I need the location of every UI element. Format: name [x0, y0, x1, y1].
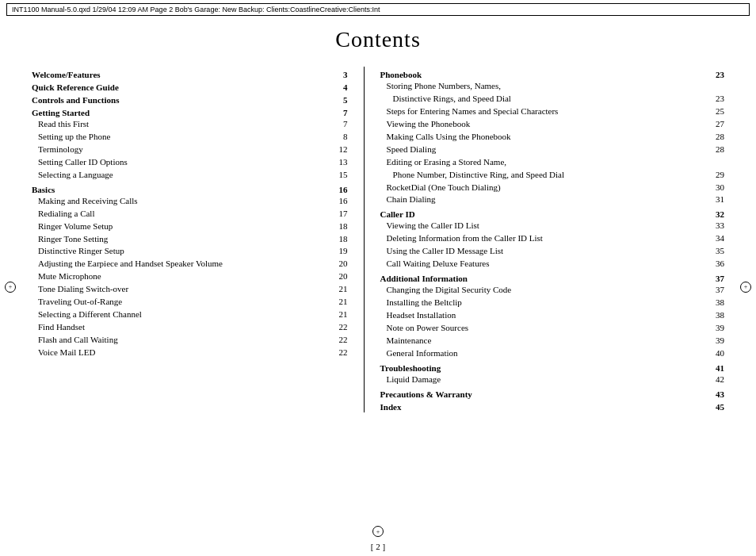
toc-page: 43	[708, 389, 724, 399]
toc-entry-page: 42	[708, 374, 724, 386]
toc-entry-title: Terminology	[38, 144, 332, 156]
toc-entry: Setting Caller ID Options13	[38, 156, 348, 169]
toc-entry: Maintenance39	[387, 335, 724, 347]
toc-entry-page: 21	[332, 309, 348, 321]
page: INT1100 Manual-5.0.qxd 1/29/04 12:09 AM …	[0, 3, 756, 556]
toc-entry: Adjusting the Earpiece and Handset Speak…	[38, 258, 348, 270]
toc-entry-page: 17	[332, 208, 348, 220]
toc-entry-title: Phone Number, Distinctive Ring, and Spee…	[393, 169, 708, 182]
toc-entry-title: Flash and Call Waiting	[38, 334, 332, 347]
toc-entry-page: 21	[332, 296, 348, 309]
toc-entry-title: Viewing the Phonebook	[387, 118, 708, 131]
toc-page: 7	[332, 108, 348, 117]
toc-entry: Steps for Entering Names and Special Cha…	[387, 105, 724, 118]
toc-entry-page: 33	[708, 220, 724, 232]
toc-entry-title: Note on Power Sources	[387, 322, 708, 335]
toc-title: Welcome/Features	[32, 70, 101, 79]
toc-entry-title: Redialing a Call	[38, 208, 332, 220]
toc-entry: Making and Receiving Calls16	[38, 195, 348, 208]
toc-entry-page: 38	[708, 297, 724, 309]
toc-entry-page: 38	[708, 309, 724, 322]
toc-entry-page: 39	[708, 335, 724, 347]
toc-title: Getting Started	[32, 108, 90, 117]
toc-entry-page: 22	[332, 347, 348, 359]
toc-entry: Redialing a Call17	[38, 208, 348, 220]
file-header: INT1100 Manual-5.0.qxd 1/29/04 12:09 AM …	[6, 3, 750, 16]
toc-title: Troubleshooting	[380, 363, 441, 373]
toc-entry: Terminology12	[38, 144, 348, 156]
columns-wrapper: Welcome/Features3Quick Reference Guide4C…	[32, 67, 724, 412]
toc-entry-title: Distinctive Ringer Setup	[38, 245, 332, 258]
toc-section-header: Troubleshooting41	[380, 363, 724, 373]
toc-entry-title: Ringer Tone Setting	[38, 233, 332, 246]
page-number: [ 2 ]	[371, 542, 385, 551]
toc-entry: Mute Microphone20	[38, 270, 348, 283]
toc-title: Quick Reference Guide	[32, 82, 119, 92]
toc-entry: Flash and Call Waiting22	[38, 334, 348, 347]
toc-entry-title: Adjusting the Earpiece and Handset Speak…	[38, 258, 332, 270]
toc-entry: Voice Mail LED22	[38, 347, 348, 359]
toc-entry: Speed Dialing28	[387, 144, 724, 156]
toc-entry: Ringer Tone Setting18	[38, 233, 348, 246]
toc-page: 41	[708, 363, 724, 373]
toc-page: 3	[332, 70, 348, 79]
toc-entry-page: 8	[332, 131, 348, 144]
toc-entry-page: 13	[332, 156, 348, 169]
toc-title: Caller ID	[380, 209, 415, 219]
toc-entry: Chain Dialing31	[387, 194, 724, 206]
toc-entry-page: 16	[332, 195, 348, 208]
toc-section-header: Caller ID32	[380, 209, 724, 219]
toc-entry-title: Maintenance	[387, 335, 708, 347]
toc-section-header: Controls and Functions5	[32, 95, 348, 105]
toc-entry-title: Selecting a Language	[38, 169, 332, 182]
toc-entry: Call Waiting Deluxe Features36	[387, 258, 724, 270]
toc-entry-title: Making and Receiving Calls	[38, 195, 332, 208]
toc-entry-title: Changing the Digital Security Code	[387, 284, 708, 297]
toc-entry-page	[708, 80, 724, 93]
toc-entry-title: Find Handset	[38, 321, 332, 334]
toc-entry-title: Setting up the Phone	[38, 131, 332, 144]
toc-entry-page: 18	[332, 220, 348, 233]
toc-title: Basics	[32, 185, 55, 194]
toc-entry: Viewing the Caller ID List33	[387, 220, 724, 232]
toc-entry-title: Distinctive Rings, and Speed Dial	[393, 93, 708, 105]
toc-entry-title: Viewing the Caller ID List	[387, 220, 708, 232]
toc-entry: Selecting a Language15	[38, 169, 348, 182]
toc-page: 5	[332, 95, 348, 105]
left-column: Welcome/Features3Quick Reference Guide4C…	[32, 67, 365, 412]
toc-page: 16	[332, 185, 348, 194]
toc-entry-title: Storing Phone Numbers, Names,	[387, 80, 708, 93]
toc-title: Index	[380, 402, 402, 412]
toc-entry-page: 19	[332, 245, 348, 258]
page-footer: [ 2 ]	[0, 542, 756, 551]
toc-entry: Selecting a Different Channel21	[38, 309, 348, 321]
toc-entry-page: 36	[708, 258, 724, 270]
toc-page: 45	[708, 402, 724, 412]
toc-entry: Editing or Erasing a Stored Name,	[387, 156, 724, 169]
toc-entry: Deleting Information from the Caller ID …	[387, 232, 724, 245]
toc-entry-title: Read this First	[38, 118, 332, 131]
toc-entry-title: General Information	[387, 347, 708, 360]
toc-entry-indent: Phone Number, Distinctive Ring, and Spee…	[393, 169, 724, 182]
toc-entry-title: Mute Microphone	[38, 270, 332, 283]
toc-section-header: Phonebook23	[380, 70, 724, 79]
toc-entry: Installing the Beltclip38	[387, 297, 724, 309]
toc-entry-page: 30	[708, 182, 724, 194]
toc-section-header: Getting Started7	[32, 108, 348, 117]
toc-entry: Ringer Volume Setup18	[38, 220, 348, 233]
toc-entry-title: Speed Dialing	[387, 144, 708, 156]
toc-title: Phonebook	[380, 70, 422, 79]
toc-entry: Tone Dialing Switch-over21	[38, 283, 348, 296]
toc-entry-page: 7	[332, 118, 348, 131]
toc-entry-page: 21	[332, 283, 348, 296]
toc-entry-page: 15	[332, 169, 348, 182]
toc-entry-page: 22	[332, 321, 348, 334]
toc-entry-title: Voice Mail LED	[38, 347, 332, 359]
toc-entry-page: 34	[708, 232, 724, 245]
reg-mark-bottom: +	[372, 526, 384, 537]
toc-entry-page: 28	[708, 144, 724, 156]
toc-entry-title: Making Calls Using the Phonebook	[387, 131, 708, 144]
toc-entry-page: 12	[332, 144, 348, 156]
toc-entry-page: 20	[332, 270, 348, 283]
toc-entry-title: Traveling Out-of-Range	[38, 296, 332, 309]
